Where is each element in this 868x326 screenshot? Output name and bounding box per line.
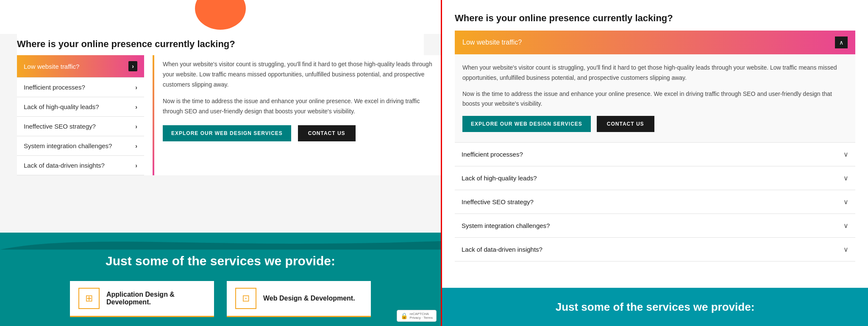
chevron-icon-5: › [135, 162, 137, 169]
accordion-label-1: Inefficient processes? [24, 84, 85, 91]
right-collapsed-header-0: Inefficient processes? ∨ [455, 143, 855, 166]
accordion-label-2: Lack of high-quality leads? [24, 103, 99, 110]
left-btn-row: EXPLORE OUR WEB DESIGN SERVICES CONTACT … [163, 125, 432, 141]
content-para-2: Now is the time to address the issue and… [163, 96, 432, 117]
right-section-title: Where is your online presence currently … [455, 13, 855, 24]
right-collapsed-label-1: Lack of high-quality leads? [462, 174, 537, 182]
service-card-0: ⊞ Application Design & Development. [70, 281, 214, 317]
right-collapsed-header-1: Lack of high-quality leads? ∨ [455, 166, 855, 190]
right-contact-us-button[interactable]: CONTACT US [597, 116, 654, 132]
recaptcha-icon: 🔒 [401, 312, 408, 319]
service-icon-0: ⊞ [78, 288, 100, 309]
service-card-1: ⊡ Web Design & Development. [227, 281, 371, 317]
left-accordion-content: When your website's visitor count is str… [163, 55, 441, 175]
right-collapsed-4[interactable]: Lack of data-driven insights? ∨ [455, 238, 855, 261]
right-explore-services-button[interactable]: EXPLORE OUR WEB DESIGN SERVICES [462, 116, 591, 132]
accordion-item-2[interactable]: Lack of high-quality leads? › [17, 97, 144, 117]
right-collapsed-3[interactable]: System integration challenges? ∨ [455, 214, 855, 238]
accordion-item-header-1: Inefficient processes? › [17, 78, 144, 97]
accordion-label-4: System integration challenges? [24, 142, 112, 149]
right-collapsed-label-4: Lack of data-driven insights? [462, 246, 542, 253]
chevron-icon-4: › [135, 143, 137, 149]
teal-wave-svg [0, 233, 441, 250]
left-section-title: Where is your online presence currently … [17, 39, 424, 50]
right-btn-row: EXPLORE OUR WEB DESIGN SERVICES CONTACT … [462, 116, 848, 132]
chevron-icon-2: › [135, 104, 137, 110]
accordion-item-3[interactable]: Ineffective SEO strategy? › [17, 117, 144, 136]
service-card-title-0: Application Design & Development. [106, 291, 206, 306]
right-content: Where is your online presence currently … [442, 0, 868, 261]
accordion-item-header-5: Lack of data-driven insights? › [17, 156, 144, 175]
accordion-item-header-active: Low website traffic? › [17, 55, 144, 77]
chevron-up-icon: ∧ [835, 37, 848, 48]
right-panel: Where is your online presence currently … [441, 0, 868, 326]
accordion-label-5: Lack of data-driven insights? [24, 162, 105, 169]
chevron-down-icon-4: ∨ [843, 245, 849, 253]
right-teal-section: Just some of the services we provide: [442, 288, 868, 326]
accordion-item-header-3: Ineffective SEO strategy? › [17, 117, 144, 136]
right-collapsed-header-2: Ineffective SEO strategy? ∨ [455, 190, 855, 214]
recaptcha-badge: 🔒 reCAPTCHAPrivacy · Terms [397, 310, 437, 322]
accordion-divider [153, 55, 154, 175]
recaptcha-text: reCAPTCHAPrivacy · Terms [409, 312, 433, 320]
accordion-item-4[interactable]: System integration challenges? › [17, 136, 144, 156]
right-collapsed-label-0: Inefficient processes? [462, 151, 523, 158]
chevron-down-icon-1: ∨ [843, 174, 849, 182]
right-services-title: Just some of the services we provide: [556, 301, 755, 314]
right-content-para-1: When your website's visitor count is str… [462, 63, 848, 83]
right-collapsed-label-2: Ineffective SEO strategy? [462, 198, 534, 205]
service-card-title-1: Web Design & Development. [263, 295, 355, 302]
chevron-icon-3: › [135, 123, 137, 130]
accordion-item-1[interactable]: Inefficient processes? › [17, 78, 144, 97]
accordion-item-header-4: System integration challenges? › [17, 136, 144, 155]
contact-us-button-left[interactable]: CONTACT US [298, 125, 356, 141]
right-collapsed-1[interactable]: Lack of high-quality leads? ∨ [455, 166, 855, 190]
right-collapsed-header-3: System integration challenges? ∨ [455, 214, 855, 237]
right-collapsed-0[interactable]: Inefficient processes? ∨ [455, 143, 855, 166]
left-main-area: Low website traffic? › Inefficient proce… [17, 55, 441, 175]
chevron-down-icon-0: ∨ [843, 150, 849, 158]
left-panel: Where is your online presence currently … [0, 0, 441, 326]
teal-section-left: Just some of the services we provide: ⊞ … [0, 233, 441, 326]
right-accordion-active[interactable]: Low website traffic? ∧ [455, 31, 855, 54]
right-expanded-content: When your website's visitor count is str… [455, 54, 855, 143]
chevron-down-icon-3: ∨ [843, 222, 849, 230]
accordion-item-5[interactable]: Lack of data-driven insights? › [17, 156, 144, 175]
right-active-label: Low website traffic? [462, 39, 522, 46]
chevron-right-icon: › [128, 61, 137, 71]
accordion-item-active[interactable]: Low website traffic? › [17, 55, 144, 78]
content-para-1: When your website's visitor count is str… [163, 59, 432, 90]
right-collapsed-label-3: System integration challenges? [462, 222, 550, 229]
explore-services-button[interactable]: EXPLORE OUR WEB DESIGN SERVICES [163, 125, 291, 141]
chevron-icon-1: › [135, 84, 137, 91]
left-accordion-list: Low website traffic? › Inefficient proce… [17, 55, 144, 175]
right-content-para-2: Now is the time to address the issue and… [462, 89, 848, 110]
accordion-item-header-2: Lack of high-quality leads? › [17, 97, 144, 116]
accordion-label-active: Low website traffic? [24, 63, 79, 70]
right-collapsed-2[interactable]: Ineffective SEO strategy? ∨ [455, 190, 855, 214]
accordion-label-3: Ineffective SEO strategy? [24, 123, 96, 130]
right-wave-svg [442, 288, 868, 301]
services-row: ⊞ Application Design & Development. ⊡ We… [0, 281, 441, 317]
chevron-down-icon-2: ∨ [843, 198, 849, 206]
service-icon-1: ⊡ [235, 288, 256, 309]
right-collapsed-header-4: Lack of data-driven insights? ∨ [455, 238, 855, 261]
